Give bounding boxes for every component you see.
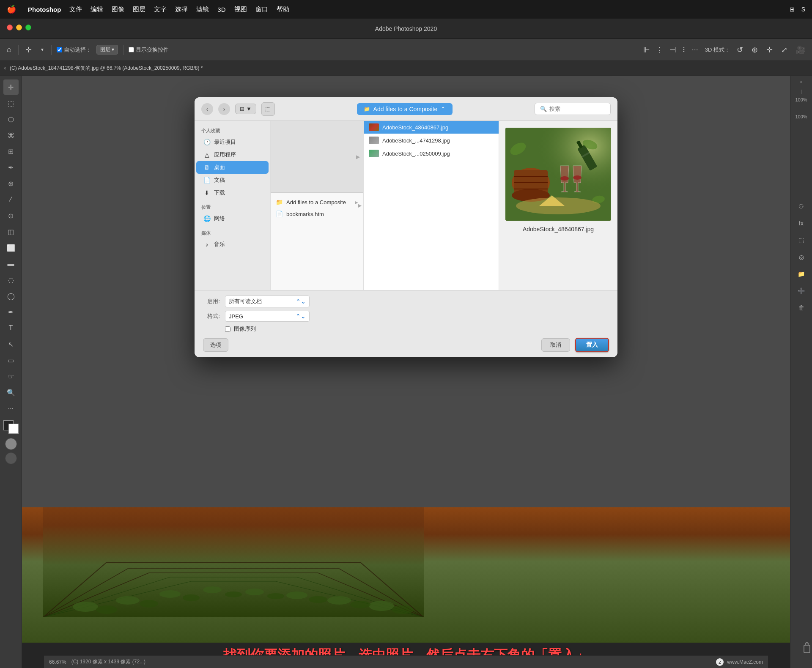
menu-image[interactable]: 图像 <box>112 5 124 14</box>
menu-filter[interactable]: 滤镜 <box>196 5 209 14</box>
minimize-button[interactable] <box>16 25 22 30</box>
close-button[interactable] <box>7 25 13 30</box>
quick-mask[interactable] <box>5 438 17 450</box>
transform-checkbox[interactable]: 显示变换控件 <box>129 46 169 54</box>
group-icon[interactable]: 📁 <box>794 266 809 282</box>
file-dialog: ‹ › ⊞ ▼ ⬚ 📁 Add files to a Composite ⌃ <box>195 97 617 357</box>
pen-tool[interactable]: ✒ <box>3 304 19 320</box>
3d-rotate-icon[interactable]: ↺ <box>735 44 745 56</box>
search-input[interactable] <box>549 106 605 112</box>
hand-tool[interactable]: ☞ <box>3 369 19 384</box>
link-icon[interactable]: ⚇ <box>794 199 809 214</box>
menu-window[interactable]: 窗口 <box>255 5 268 14</box>
sidebar-item-network[interactable]: 🌐 网络 <box>196 212 269 225</box>
auto-select-checkbox[interactable]: 自动选择： <box>57 46 91 54</box>
sidebar-item-music[interactable]: ♪ 音乐 <box>196 238 269 251</box>
3d-pan-icon[interactable]: ✛ <box>765 44 774 56</box>
auto-select-check[interactable] <box>57 47 62 52</box>
maximize-button[interactable] <box>25 25 31 30</box>
view-options-button[interactable]: ⊞ ▼ <box>235 104 256 114</box>
layer-dropdown[interactable]: 图层 ▾ <box>96 45 118 55</box>
brush-tool[interactable]: ∕ <box>3 192 19 207</box>
tab-close-button[interactable]: × <box>3 66 6 71</box>
screen-mode[interactable] <box>5 452 17 464</box>
folder-item-composite[interactable]: 📁 Add files to a Composite ▶ <box>271 196 363 208</box>
file-row-1[interactable]: AdobeStock_48640867.jpg <box>364 121 499 134</box>
menu-layer[interactable]: 图层 <box>133 5 145 14</box>
file-row-3[interactable]: AdobeStock_...0250009.jpg <box>364 147 499 160</box>
blur-tool[interactable]: ◌ <box>3 272 19 287</box>
history-tool[interactable]: ◫ <box>3 224 19 239</box>
color-picker[interactable] <box>3 419 19 434</box>
add-layer-icon[interactable]: ➕ <box>794 283 809 298</box>
back-button[interactable]: ‹ <box>201 103 213 115</box>
collapse-panel-button[interactable]: » <box>800 79 803 84</box>
sidebar-item-recent[interactable]: 🕐 最近项目 <box>196 136 269 148</box>
heal-tool[interactable]: ⊕ <box>3 176 19 191</box>
menu-select[interactable]: 选择 <box>175 5 188 14</box>
eyedropper-tool[interactable]: ✒ <box>3 160 19 175</box>
adjustment-icon[interactable]: ◎ <box>794 249 809 265</box>
3d-slide-icon[interactable]: ⤢ <box>779 44 789 56</box>
enable-select[interactable]: 所有可读文档 ⌃⌄ <box>225 296 310 307</box>
lock-icon[interactable] <box>804 645 810 653</box>
text-tool[interactable]: T <box>3 320 19 336</box>
menu-view[interactable]: 视图 <box>234 5 247 14</box>
more-options-icon[interactable]: ··· <box>690 44 700 56</box>
sidebar-item-desktop[interactable]: 🖥 桌面 <box>196 161 269 174</box>
menubar: 🍎 Photoshop 文件 编辑 图像 图层 文字 选择 滤镜 3D 视图 窗… <box>0 0 812 19</box>
sidebar-item-downloads[interactable]: ⬇ 下载 <box>196 186 269 199</box>
menu-edit[interactable]: 编辑 <box>91 5 103 14</box>
tools-panel: ✛ ⬚ ⬡ ⌘ ⊞ ✒ ⊕ ∕ ⊙ ◫ ⬜ ▬ ◌ ◯ ✒ T ↖ ▭ ☞ 🔍 … <box>0 76 22 668</box>
distribute-icon[interactable]: ⫶ <box>680 44 688 56</box>
lasso-tool[interactable]: ⬡ <box>3 112 19 127</box>
3d-camera-icon[interactable]: 🎥 <box>794 44 807 56</box>
search-box[interactable]: 🔍 <box>535 103 611 115</box>
mask-icon[interactable]: ⬚ <box>794 233 809 248</box>
menu-help[interactable]: 帮助 <box>277 5 289 14</box>
place-button[interactable]: 置入 <box>575 338 609 352</box>
forward-button[interactable]: › <box>218 103 230 115</box>
dodge-tool[interactable]: ◯ <box>3 288 19 304</box>
align-left-icon[interactable]: ⊩ <box>642 44 652 56</box>
transform-check[interactable] <box>129 47 134 52</box>
file-row-2[interactable]: AdobeStock_...4741298.jpg <box>364 134 499 147</box>
sidebar-item-apps[interactable]: △ 应用程序 <box>196 148 269 161</box>
format-select[interactable]: JPEG ⌃⌄ <box>225 311 310 322</box>
align-center-icon[interactable]: ⋮ <box>654 44 665 56</box>
home-icon[interactable]: ⌂ <box>5 44 13 56</box>
shape-tool[interactable]: ▭ <box>3 353 19 368</box>
crop-tool[interactable]: ⊞ <box>3 144 19 159</box>
apple-menu[interactable]: 🍎 <box>7 5 16 14</box>
fx-icon[interactable]: fx <box>794 216 809 231</box>
path-select-tool[interactable]: ↖ <box>3 337 19 352</box>
folder-item-bookmarks[interactable]: 📄 bookmarks.htm <box>271 208 363 220</box>
gradient-tool[interactable]: ▬ <box>3 256 19 271</box>
move-tool-icon[interactable]: ✛ <box>24 44 33 56</box>
more-tools[interactable]: ··· <box>3 401 19 416</box>
background-color[interactable] <box>8 424 19 434</box>
menubar-right: ⊞ S <box>790 6 805 13</box>
cancel-button[interactable]: 取消 <box>541 338 570 352</box>
3d-orbit-icon[interactable]: ⊕ <box>750 44 760 56</box>
selection-tool[interactable]: ⬚ <box>3 96 19 111</box>
menu-3d[interactable]: 3D <box>217 6 225 13</box>
control-center-icon[interactable]: ⊞ <box>790 6 795 13</box>
options-button[interactable]: 选项 <box>203 338 228 352</box>
zoom-tool[interactable]: 🔍 <box>3 385 19 400</box>
menu-file[interactable]: 文件 <box>69 5 82 14</box>
location-button[interactable]: 📁 Add files to a Composite ⌃ <box>357 103 453 115</box>
eraser-tool[interactable]: ⬜ <box>3 240 19 255</box>
move-tool[interactable]: ✛ <box>3 79 19 95</box>
move-chevron-icon[interactable]: ▼ <box>38 46 46 54</box>
image-sequence-checkbox[interactable] <box>225 326 230 332</box>
delete-layer-icon[interactable]: 🗑 <box>794 300 809 315</box>
menu-text[interactable]: 文字 <box>154 5 167 14</box>
preview-pane: AdobeStock_48640867.jpg <box>499 121 617 290</box>
wand-tool[interactable]: ⌘ <box>3 128 19 143</box>
siri-icon[interactable]: S <box>801 6 805 13</box>
align-right-icon[interactable]: ⊣ <box>668 44 678 56</box>
sidebar-item-documents[interactable]: 📄 文稿 <box>196 174 269 186</box>
new-folder-button[interactable]: ⬚ <box>261 102 275 116</box>
clone-tool[interactable]: ⊙ <box>3 208 19 223</box>
